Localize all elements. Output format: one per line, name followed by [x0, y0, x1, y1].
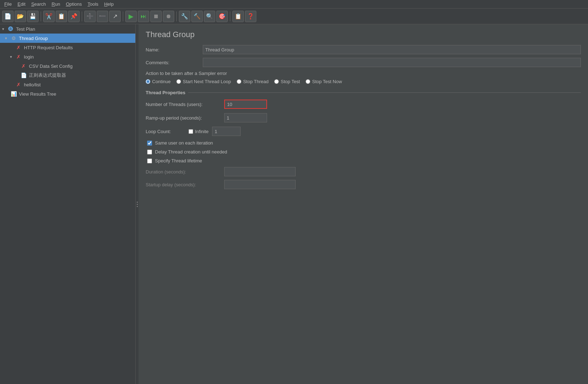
csv-label: CSV Data Set Config: [29, 64, 133, 69]
help-button[interactable]: ❓: [245, 11, 256, 22]
http-defaults-label: HTTP Request Defaults: [24, 45, 133, 50]
http-defaults-icon: ✗: [15, 44, 22, 51]
hello-label: hello/list: [24, 82, 133, 87]
loop-count-label: Loop Count:: [146, 129, 189, 134]
list-button[interactable]: 📋: [232, 11, 244, 22]
action-stop-thread[interactable]: Stop Thread: [237, 79, 268, 84]
remove-button[interactable]: ➖: [97, 11, 108, 22]
login-icon: ✗: [15, 53, 22, 60]
sidebar-item-csv-data[interactable]: ✗ CSV Data Set Config: [0, 61, 135, 71]
settings4-button[interactable]: 🎯: [216, 11, 228, 22]
stop-now-button[interactable]: ⏺: [163, 11, 174, 22]
comments-label: Comments:: [146, 60, 203, 65]
thread-properties-header: Thread Properties: [146, 90, 581, 95]
action-stop-test[interactable]: Stop Test: [274, 79, 300, 84]
view-results-icon: 📊: [10, 90, 17, 97]
stop-test-now-radio[interactable]: [306, 79, 310, 84]
settings1-button[interactable]: 🔧: [179, 11, 190, 22]
delay-thread-checkbox[interactable]: [147, 150, 152, 155]
play-button[interactable]: ▶: [125, 11, 137, 22]
stop-test-radio[interactable]: [274, 79, 279, 84]
startup-delay-input[interactable]: [224, 180, 296, 189]
menu-run[interactable]: Run: [49, 1, 63, 7]
same-user-label: Same user on each iteration: [155, 140, 213, 146]
specify-lifetime-row: Specify Thread lifetime: [146, 158, 581, 163]
menu-help[interactable]: Help: [101, 1, 117, 7]
hello-icon: ✗: [15, 81, 22, 88]
ramp-up-row: Ramp-up period (seconds):: [146, 113, 581, 122]
num-threads-row: Number of Threads (users):: [146, 100, 581, 109]
sidebar-item-thread-group[interactable]: ▾ ⚙ Thread Group: [0, 34, 135, 43]
toolbar-sep-3: [123, 11, 123, 21]
stop-test-now-label: Stop Test Now: [312, 79, 342, 84]
duration-label: Duration (seconds):: [146, 169, 224, 175]
open-button[interactable]: 📂: [15, 11, 26, 22]
copy-button[interactable]: 📋: [56, 11, 67, 22]
comments-input[interactable]: [203, 58, 581, 67]
action-stop-test-now[interactable]: Stop Test Now: [306, 79, 342, 84]
ramp-up-input[interactable]: [224, 113, 267, 122]
name-label: Name:: [146, 47, 203, 52]
sidebar-item-http-defaults[interactable]: ✗ HTTP Request Defaults: [0, 43, 135, 52]
action-continue[interactable]: Continue: [146, 79, 171, 84]
continue-radio[interactable]: [146, 79, 150, 84]
ramp-up-label: Ramp-up period (seconds):: [146, 115, 224, 121]
add-button[interactable]: ➕: [84, 11, 96, 22]
sidebar-item-hello-list[interactable]: ✗ hello/list: [0, 80, 135, 89]
menu-search[interactable]: Search: [28, 1, 49, 7]
thread-properties-label: Thread Properties: [146, 90, 185, 95]
loop-count-input[interactable]: [212, 127, 241, 136]
sidebar-item-regex[interactable]: 📄 正则表达式提取器: [0, 71, 135, 80]
start-next-label: Start Next Thread Loop: [183, 79, 231, 84]
drag-handle[interactable]: [136, 24, 139, 384]
regex-icon: 📄: [20, 72, 27, 79]
login-label: login: [24, 54, 133, 60]
stop-thread-label: Stop Thread: [243, 79, 268, 84]
sidebar-item-login[interactable]: ▾ ✗ login: [0, 52, 135, 61]
stop-test-label: Stop Test: [281, 79, 300, 84]
stop-thread-radio[interactable]: [237, 79, 241, 84]
specify-lifetime-label: Specify Thread lifetime: [155, 158, 202, 163]
name-input[interactable]: [203, 45, 581, 54]
drag-dot-2: [137, 204, 138, 205]
settings2-button[interactable]: 🔨: [191, 11, 203, 22]
toolbar-sep-5: [230, 11, 230, 21]
drag-dot-1: [137, 202, 138, 203]
loop-infinite-group: Infinite: [189, 129, 208, 134]
stop-button[interactable]: ⏹: [150, 11, 162, 22]
same-user-checkbox[interactable]: [147, 141, 152, 146]
view-results-label: View Results Tree: [19, 91, 133, 97]
menu-edit[interactable]: Edit: [15, 1, 28, 7]
paste-button[interactable]: 📌: [68, 11, 80, 22]
sidebar-item-view-results[interactable]: 📊 View Results Tree: [0, 89, 135, 98]
same-user-row: Same user on each iteration: [146, 140, 581, 146]
test-plan-icon: 🅐: [7, 25, 14, 32]
save-button[interactable]: 💾: [27, 11, 39, 22]
thread-group-icon: ⚙: [10, 35, 17, 42]
menu-tools[interactable]: Tools: [85, 1, 101, 7]
settings3-button[interactable]: 🔍: [204, 11, 215, 22]
arrow-button[interactable]: ↗: [109, 11, 121, 22]
menu-options[interactable]: Options: [63, 1, 85, 7]
delay-thread-row: Delay Thread creation until needed: [146, 149, 581, 155]
menu-file[interactable]: File: [1, 1, 15, 7]
specify-lifetime-checkbox[interactable]: [147, 158, 152, 163]
comments-row: Comments:: [146, 58, 581, 67]
sidebar-item-test-plan[interactable]: ▾ 🅐 Test Plan: [0, 24, 135, 34]
num-threads-input[interactable]: [224, 100, 267, 109]
test-plan-label: Test Plan: [16, 26, 133, 32]
duration-input[interactable]: [224, 167, 296, 176]
toolbar-sep-2: [82, 11, 82, 21]
new-button[interactable]: 📄: [2, 11, 14, 22]
start-next-radio[interactable]: [176, 79, 181, 84]
panel-title: Thread Group: [146, 30, 581, 39]
infinite-checkbox[interactable]: [189, 129, 193, 134]
duration-row: Duration (seconds):: [146, 167, 581, 176]
play-no-pause-button[interactable]: ⏭: [138, 11, 149, 22]
toolbar-sep-1: [41, 11, 41, 21]
toggle-thread-group: ▾: [5, 36, 10, 41]
action-start-next[interactable]: Start Next Thread Loop: [176, 79, 231, 84]
main-layout: ▾ 🅐 Test Plan ▾ ⚙ Thread Group ✗ HTTP Re…: [0, 24, 588, 384]
cut-button[interactable]: ✂️: [43, 11, 55, 22]
menubar: File Edit Search Run Options Tools Help: [0, 0, 588, 9]
